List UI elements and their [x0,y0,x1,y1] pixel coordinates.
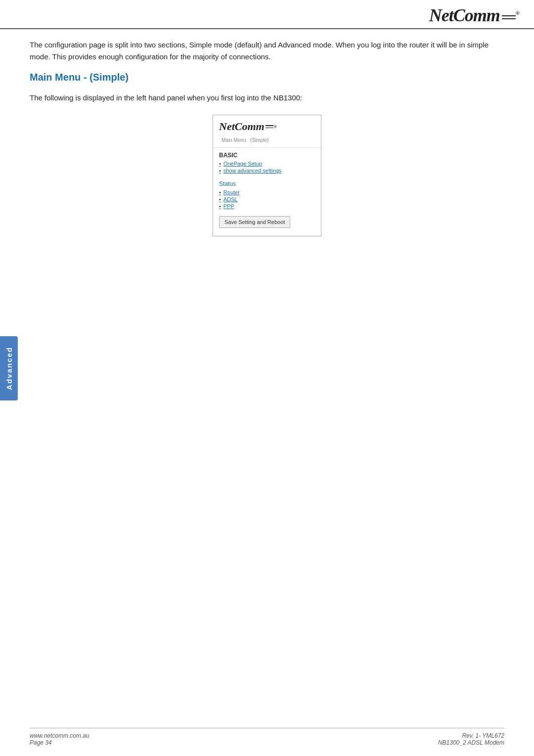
footer-website: www.netcomm.com.au [30,732,89,739]
netcomm-logo: NetComm® [429,5,519,26]
logo-dashes [502,14,516,20]
advanced-tab[interactable]: Advanced [0,336,18,400]
section-description: The following is displayed in the left h… [30,92,504,104]
panel-header: NetComm ® Main Menu (Simple) [213,115,321,148]
panel-button-area: Save Setting and Reboot [213,210,321,228]
panel-logo: NetComm ® [219,120,315,133]
panel-link-router[interactable]: Router [219,189,315,195]
save-setting-reboot-button[interactable]: Save Setting and Reboot [219,216,290,228]
footer-product: NB1300_2 ADSL Modem [438,739,504,746]
panel-link-adsl-text: ADSL [223,196,238,202]
panel-dash-1 [266,125,273,126]
panel-logo-text: NetComm [219,120,265,133]
panel-link-router-text: Router [223,189,240,195]
logo-name-text: NetComm [429,5,500,25]
footer-left: www.netcomm.com.au Page 34 [30,732,89,746]
panel-menu-title-text: Main Menu [222,137,246,143]
panel-container: NetComm ® Main Menu (Simple) BASIC OnePa… [30,115,504,236]
panel-menu-title: Main Menu (Simple) [219,136,315,143]
panel-logo-reg: ® [274,125,277,129]
footer-right: Rev. 1- YML672 NB1300_2 ADSL Modem [438,732,504,746]
section-title: Main Menu - (Simple) [30,72,504,83]
logo-text: NetComm® [429,5,519,25]
main-content: The configuration page is split into two… [0,29,534,261]
panel-link-onepage-text: OnePage Setup [223,161,262,167]
dash-line-1 [502,15,516,16]
panel-logo-dashes [266,125,273,129]
panel-status-label: Status [219,180,315,187]
logo-registered: ® [516,10,519,16]
footer-rev: Rev. 1- YML672 [438,732,504,739]
panel-box: NetComm ® Main Menu (Simple) BASIC OnePa… [213,115,321,236]
page-header: NetComm® [0,0,534,29]
panel-link-onepage[interactable]: OnePage Setup [219,161,315,167]
footer-page: Page 34 [30,739,89,746]
dash-line-2 [502,18,516,19]
panel-basic-section: BASIC OnePage Setup show advanced settin… [213,148,321,174]
panel-dash-2 [266,128,273,129]
panel-link-ppp[interactable]: PPP [219,203,315,209]
panel-link-ppp-text: PPP [223,203,234,209]
panel-link-advanced-settings-text: show advanced settings [223,168,281,174]
advanced-tab-label: Advanced [5,347,13,390]
page-footer: www.netcomm.com.au Page 34 Rev. 1- YML67… [30,728,504,746]
panel-status-section: Status Router ADSL PPP [213,175,321,209]
panel-link-advanced-settings[interactable]: show advanced settings [219,168,315,174]
panel-basic-label: BASIC [219,152,315,159]
panel-link-adsl[interactable]: ADSL [219,196,315,202]
intro-paragraph: The configuration page is split into two… [30,39,504,63]
panel-menu-mode: (Simple) [250,137,268,143]
